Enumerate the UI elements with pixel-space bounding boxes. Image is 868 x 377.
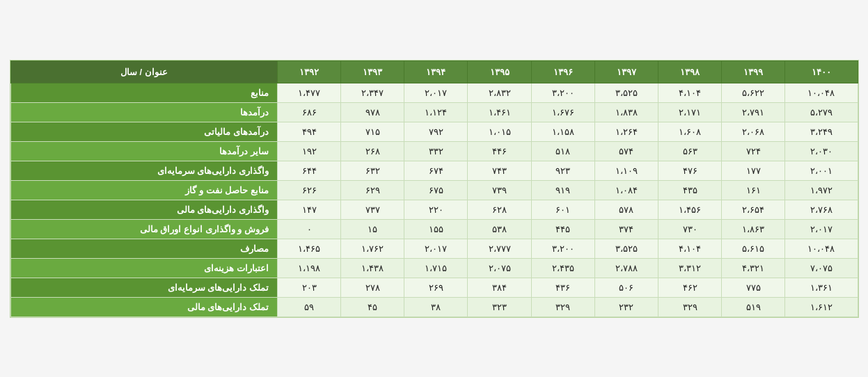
cell-r5-c3: ۱،۰۸۴: [594, 180, 658, 200]
cell-r3-c7: ۲۶۸: [341, 141, 404, 161]
cell-r4-c6: ۶۷۴: [404, 161, 468, 180]
cell-r5-c0: ۱،۹۷۲: [785, 180, 858, 200]
cell-r8-c2: ۴،۱۰۴: [658, 239, 721, 258]
cell-r7-c1: ۱،۸۶۳: [722, 219, 785, 239]
cell-r11-c5: ۳۲۳: [468, 297, 531, 316]
cell-r4-c0: ۲،۰۰۱: [785, 161, 858, 180]
column-header-year-8: ۱۳۹۲: [277, 61, 340, 83]
column-header-year-2: ۱۳۹۸: [658, 61, 721, 83]
row-label-3: سایر درآمدها: [10, 141, 277, 161]
cell-r2-c3: ۱،۲۶۴: [594, 122, 658, 141]
table-row: ۲،۰۱۷۱،۸۶۳۷۳۰۳۷۴۴۴۵۵۳۸۱۵۵۱۵۰فروش و واگذا…: [10, 219, 858, 239]
cell-r2-c1: ۲،۰۶۸: [722, 122, 785, 141]
cell-r8-c0: ۱۰،۰۴۸: [785, 239, 858, 258]
table-row: ۱۰،۰۴۸۵،۶۲۲۴،۱۰۴۳،۵۲۵۳،۲۰۰۲،۸۳۲۲،۰۱۷۲،۳۴…: [10, 83, 858, 102]
row-label-4: واگذاری دارایی‌های سرمایه‌ای: [10, 161, 277, 180]
cell-r5-c4: ۹۱۹: [531, 180, 594, 200]
cell-r8-c6: ۲،۰۱۷: [404, 239, 468, 258]
cell-r6-c7: ۷۳۷: [341, 200, 404, 219]
cell-r7-c6: ۱۵۵: [404, 219, 468, 239]
cell-r2-c7: ۷۱۵: [341, 122, 404, 141]
cell-r7-c5: ۵۳۸: [468, 219, 531, 239]
table-row: ۲،۰۰۱۱۷۷۴۷۶۱،۱۰۹۹۲۳۷۴۳۶۷۴۶۳۲۶۴۴واگذاری د…: [10, 161, 858, 180]
cell-r8-c3: ۳،۵۲۵: [594, 239, 658, 258]
cell-r2-c8: ۴۹۴: [277, 122, 340, 141]
cell-r1-c1: ۲،۷۹۱: [722, 102, 785, 122]
cell-r3-c0: ۲،۰۳۰: [785, 141, 858, 161]
cell-r3-c8: ۱۹۲: [277, 141, 340, 161]
column-header-year-0: ۱۴۰۰: [785, 61, 858, 83]
cell-r0-c5: ۲،۸۳۲: [468, 83, 531, 102]
cell-r2-c2: ۱،۶۰۸: [658, 122, 721, 141]
cell-r4-c7: ۶۳۲: [341, 161, 404, 180]
table-row: ۱،۳۶۱۷۷۵۴۶۲۵۰۶۴۳۶۳۸۴۲۶۹۲۷۸۲۰۳تملک دارایی…: [10, 278, 858, 297]
column-header-year-7: ۱۳۹۳: [341, 61, 404, 83]
column-header-year-5: ۱۳۹۵: [468, 61, 531, 83]
cell-r2-c4: ۱،۱۵۸: [531, 122, 594, 141]
cell-r10-c3: ۵۰۶: [594, 278, 658, 297]
cell-r3-c3: ۵۷۴: [594, 141, 658, 161]
cell-r3-c5: ۴۴۶: [468, 141, 531, 161]
cell-r6-c0: ۲،۷۶۸: [785, 200, 858, 219]
cell-r1-c0: ۵،۲۷۹: [785, 102, 858, 122]
row-label-8: مصارف: [10, 239, 277, 258]
cell-r6-c8: ۱۴۷: [277, 200, 340, 219]
cell-r9-c3: ۲،۷۸۸: [594, 258, 658, 278]
cell-r8-c4: ۳،۲۰۰: [531, 239, 594, 258]
cell-r1-c2: ۲،۱۷۱: [658, 102, 721, 122]
cell-r2-c6: ۷۹۲: [404, 122, 468, 141]
column-header-year-4: ۱۳۹۶: [531, 61, 594, 83]
cell-r10-c4: ۴۳۶: [531, 278, 594, 297]
cell-r9-c4: ۲،۴۳۵: [531, 258, 594, 278]
cell-r5-c8: ۶۲۶: [277, 180, 340, 200]
cell-r5-c5: ۷۳۹: [468, 180, 531, 200]
cell-r4-c1: ۱۷۷: [722, 161, 785, 180]
row-label-9: اعتبارات هزینه‌ای: [10, 258, 277, 278]
cell-r0-c1: ۵،۶۲۲: [722, 83, 785, 102]
cell-r4-c3: ۱،۱۰۹: [594, 161, 658, 180]
cell-r10-c1: ۷۷۵: [722, 278, 785, 297]
cell-r2-c0: ۳،۲۴۹: [785, 122, 858, 141]
cell-r4-c8: ۶۴۴: [277, 161, 340, 180]
row-label-11: تملک دارایی‌های مالی: [10, 297, 277, 316]
table-row: ۷،۰۷۵۴،۳۲۱۳،۳۱۲۲،۷۸۸۲،۴۳۵۲،۰۷۵۱،۷۱۵۱،۴۳۸…: [10, 258, 858, 278]
table-row: ۳،۲۴۹۲،۰۶۸۱،۶۰۸۱،۲۶۴۱،۱۵۸۱،۰۱۵۷۹۲۷۱۵۴۹۴د…: [10, 122, 858, 141]
cell-r8-c7: ۱،۷۶۲: [341, 239, 404, 258]
table-row: ۱۰،۰۴۸۵،۶۱۵۴،۱۰۴۳،۵۲۵۳،۲۰۰۲،۷۷۷۲،۰۱۷۱،۷۶…: [10, 239, 858, 258]
row-label-7: فروش و واگذاری انواع اوراق مالی: [10, 219, 277, 239]
cell-r5-c2: ۴۳۵: [658, 180, 721, 200]
row-label-0: منابع: [10, 83, 277, 102]
cell-r5-c6: ۶۷۵: [404, 180, 468, 200]
column-header-year-1: ۱۳۹۹: [722, 61, 785, 83]
cell-r8-c8: ۱،۴۶۵: [277, 239, 340, 258]
cell-r9-c5: ۲،۰۷۵: [468, 258, 531, 278]
cell-r7-c0: ۲،۰۱۷: [785, 219, 858, 239]
cell-r11-c1: ۵۱۹: [722, 297, 785, 316]
cell-r7-c7: ۱۵: [341, 219, 404, 239]
cell-r6-c6: ۲۲۰: [404, 200, 468, 219]
column-header-year-3: ۱۳۹۷: [594, 61, 658, 83]
row-label-10: تملک دارایی‌های سرمایه‌ای: [10, 278, 277, 297]
cell-r10-c6: ۲۶۹: [404, 278, 468, 297]
cell-r10-c8: ۲۰۳: [277, 278, 340, 297]
cell-r7-c3: ۳۷۴: [594, 219, 658, 239]
cell-r7-c4: ۴۴۵: [531, 219, 594, 239]
cell-r9-c7: ۱،۴۳۸: [341, 258, 404, 278]
cell-r1-c6: ۱،۱۲۴: [404, 102, 468, 122]
cell-r11-c4: ۳۲۹: [531, 297, 594, 316]
table-row: ۱،۹۷۲۱۶۱۴۳۵۱،۰۸۴۹۱۹۷۳۹۶۷۵۶۲۹۶۲۶منابع حاص…: [10, 180, 858, 200]
cell-r2-c5: ۱،۰۱۵: [468, 122, 531, 141]
cell-r1-c5: ۱،۴۶۱: [468, 102, 531, 122]
cell-r4-c5: ۷۴۳: [468, 161, 531, 180]
cell-r5-c7: ۶۲۹: [341, 180, 404, 200]
cell-r0-c4: ۳،۲۰۰: [531, 83, 594, 102]
cell-r5-c1: ۱۶۱: [722, 180, 785, 200]
cell-r10-c7: ۲۷۸: [341, 278, 404, 297]
cell-r11-c8: ۵۹: [277, 297, 340, 316]
cell-r11-c0: ۱،۶۱۲: [785, 297, 858, 316]
cell-r10-c5: ۳۸۴: [468, 278, 531, 297]
cell-r10-c0: ۱،۳۶۱: [785, 278, 858, 297]
cell-r9-c1: ۴،۳۲۱: [722, 258, 785, 278]
cell-r11-c6: ۳۸: [404, 297, 468, 316]
cell-r8-c1: ۵،۶۱۵: [722, 239, 785, 258]
